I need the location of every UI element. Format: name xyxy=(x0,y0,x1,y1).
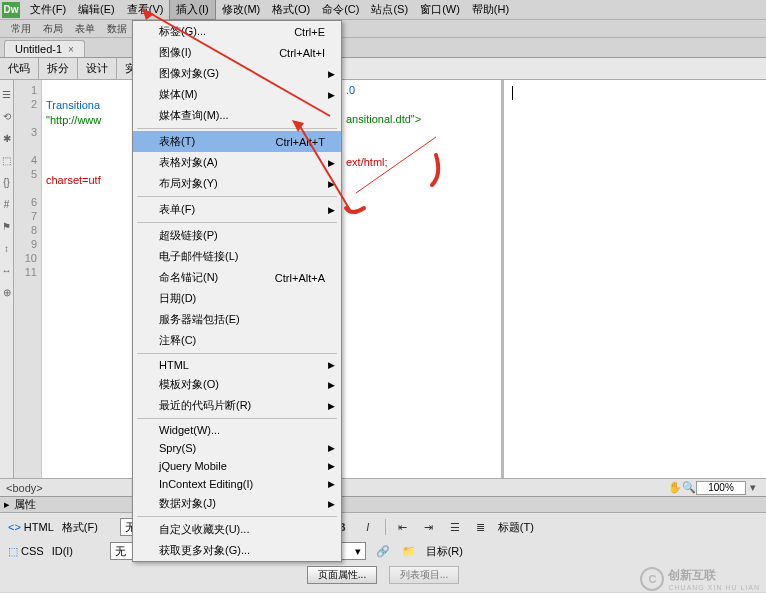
watermark-logo: C xyxy=(640,567,664,591)
status-bar: <body> ✋ 🔍 ▾ xyxy=(0,478,766,496)
menu-item[interactable]: 注释(C) xyxy=(133,330,341,351)
menu-item[interactable]: 自定义收藏夹(U)... xyxy=(133,519,341,540)
outdent-button[interactable]: ⇤ xyxy=(394,519,412,535)
menu-edit[interactable]: 编辑(E) xyxy=(72,0,121,19)
tool-icon[interactable]: ⊕ xyxy=(1,286,13,298)
hand-icon[interactable]: ✋ xyxy=(668,481,682,495)
text-cursor xyxy=(512,86,513,100)
watermark: C 创新互联 CHUANG XIN HU LIAN xyxy=(640,567,760,591)
cat-layout[interactable]: 布局 xyxy=(38,21,68,37)
tool-icon[interactable]: ⟲ xyxy=(1,110,13,122)
target-label: 目标(R) xyxy=(426,544,476,559)
tag-selector[interactable]: <body> xyxy=(6,482,43,494)
css-mode-button[interactable]: ⬚CSS xyxy=(8,545,44,558)
title-label: 标题(T) xyxy=(498,520,548,535)
tool-icon[interactable]: ⬚ xyxy=(1,154,13,166)
html-mode-button[interactable]: <>HTML xyxy=(8,521,54,533)
menu-site[interactable]: 站点(S) xyxy=(365,0,414,19)
italic-button[interactable]: I xyxy=(359,519,377,535)
insert-dropdown: 标签(G)...Ctrl+E图像(I)Ctrl+Alt+I图像对象(G)▶媒体(… xyxy=(132,20,342,562)
menu-item[interactable]: Widget(W)... xyxy=(133,421,341,439)
tool-icon[interactable]: {} xyxy=(1,176,13,188)
menu-item[interactable]: 获取更多对象(G)... xyxy=(133,540,341,561)
menu-item[interactable]: 服务器端包括(E) xyxy=(133,309,341,330)
list-item-button: 列表项目... xyxy=(389,566,459,584)
menu-item[interactable]: 图像对象(G)▶ xyxy=(133,63,341,84)
chevron-down-icon[interactable]: ▾ xyxy=(746,481,760,495)
menu-item[interactable]: 电子邮件链接(L) xyxy=(133,246,341,267)
tab-split[interactable]: 拆分 xyxy=(39,58,78,79)
tool-icon[interactable]: # xyxy=(1,198,13,210)
page-properties-button[interactable]: 页面属性... xyxy=(307,566,377,584)
tool-icon[interactable]: ↕ xyxy=(1,242,13,254)
tab-code[interactable]: 代码 xyxy=(0,58,39,79)
menu-item[interactable]: 图像(I)Ctrl+Alt+I xyxy=(133,42,341,63)
folder-icon[interactable]: 📁 xyxy=(400,543,418,559)
zoom-icon[interactable]: 🔍 xyxy=(682,481,696,495)
close-icon[interactable]: × xyxy=(68,44,74,55)
cat-data[interactable]: 数据 xyxy=(102,21,132,37)
menu-commands[interactable]: 命令(C) xyxy=(316,0,365,19)
tool-icon[interactable]: ✱ xyxy=(1,132,13,144)
document-tabs: Untitled-1 × xyxy=(0,38,766,58)
tool-icon[interactable]: ☰ xyxy=(1,88,13,100)
menu-help[interactable]: 帮助(H) xyxy=(466,0,515,19)
menu-item[interactable]: 模板对象(O)▶ xyxy=(133,374,341,395)
view-mode-tabs: 代码 拆分 设计 实 xyxy=(0,58,766,80)
menu-item[interactable]: 超级链接(P) xyxy=(133,225,341,246)
menu-item[interactable]: 最近的代码片断(R)▶ xyxy=(133,395,341,416)
menu-item[interactable]: 标签(G)...Ctrl+E xyxy=(133,21,341,42)
doc-tab-label: Untitled-1 xyxy=(15,43,62,55)
menu-item[interactable]: 命名锚记(N)Ctrl+Alt+A xyxy=(133,267,341,288)
menu-view[interactable]: 查看(V) xyxy=(121,0,170,19)
category-toolbar: 常用 布局 表单 数据 Spry xyxy=(0,20,766,38)
menu-item[interactable]: 表格对象(A)▶ xyxy=(133,152,341,173)
menu-file[interactable]: 文件(F) xyxy=(24,0,72,19)
menu-modify[interactable]: 修改(M) xyxy=(216,0,267,19)
menu-item[interactable]: 表单(F)▶ xyxy=(133,199,341,220)
tool-icon[interactable]: ⚑ xyxy=(1,220,13,232)
watermark-name: 创新互联 xyxy=(668,567,760,584)
menu-item[interactable]: 媒体(M)▶ xyxy=(133,84,341,105)
properties-title[interactable]: ▸属性 xyxy=(0,496,766,512)
menu-item[interactable]: jQuery Mobile▶ xyxy=(133,457,341,475)
zoom-input[interactable] xyxy=(696,481,746,495)
menu-window[interactable]: 窗口(W) xyxy=(414,0,466,19)
ol-button[interactable]: ≣ xyxy=(472,519,490,535)
tab-design[interactable]: 设计 xyxy=(78,58,117,79)
menu-item[interactable]: InContext Editing(I)▶ xyxy=(133,475,341,493)
menu-item[interactable]: 表格(T)Ctrl+Alt+T xyxy=(133,131,341,152)
watermark-url: CHUANG XIN HU LIAN xyxy=(668,584,760,591)
menu-item[interactable]: Spry(S)▶ xyxy=(133,439,341,457)
menu-format[interactable]: 格式(O) xyxy=(266,0,316,19)
menu-item[interactable]: 日期(D) xyxy=(133,288,341,309)
app-logo: Dw xyxy=(2,2,20,18)
design-pane[interactable] xyxy=(504,80,766,478)
menu-item[interactable]: HTML▶ xyxy=(133,356,341,374)
code-toolbar: ☰ ⟲ ✱ ⬚ {} # ⚑ ↕ ↔ ⊕ xyxy=(0,80,14,478)
menu-item[interactable]: 媒体查询(M)... xyxy=(133,105,341,126)
menu-insert[interactable]: 插入(I) xyxy=(169,0,215,20)
id-label: ID(I) xyxy=(52,545,102,557)
menu-item[interactable]: 布局对象(Y)▶ xyxy=(133,173,341,194)
tool-icon[interactable]: ↔ xyxy=(1,264,13,276)
ul-button[interactable]: ☰ xyxy=(446,519,464,535)
menu-item[interactable]: 数据对象(J)▶ xyxy=(133,493,341,514)
line-gutter: 1234567891011 xyxy=(14,80,42,478)
link-icon[interactable]: 🔗 xyxy=(374,543,392,559)
cat-common[interactable]: 常用 xyxy=(6,21,36,37)
menubar: Dw 文件(F) 编辑(E) 查看(V) 插入(I) 修改(M) 格式(O) 命… xyxy=(0,0,766,20)
cat-forms[interactable]: 表单 xyxy=(70,21,100,37)
doc-tab-untitled[interactable]: Untitled-1 × xyxy=(4,40,85,57)
format-label: 格式(F) xyxy=(62,520,112,535)
indent-button[interactable]: ⇥ xyxy=(420,519,438,535)
